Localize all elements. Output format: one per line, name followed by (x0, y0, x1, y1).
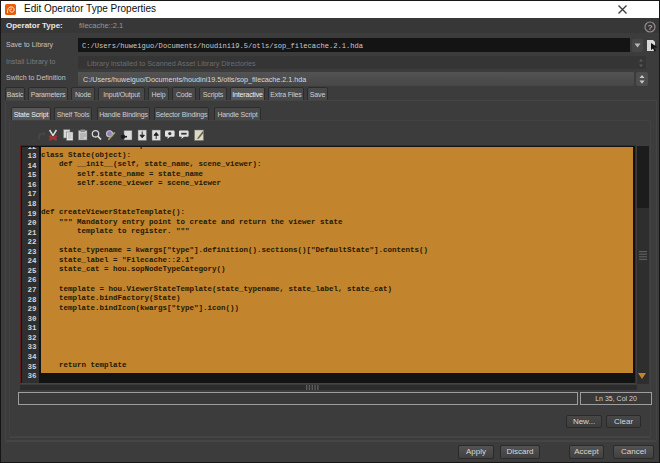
svg-text:?: ? (648, 23, 653, 32)
